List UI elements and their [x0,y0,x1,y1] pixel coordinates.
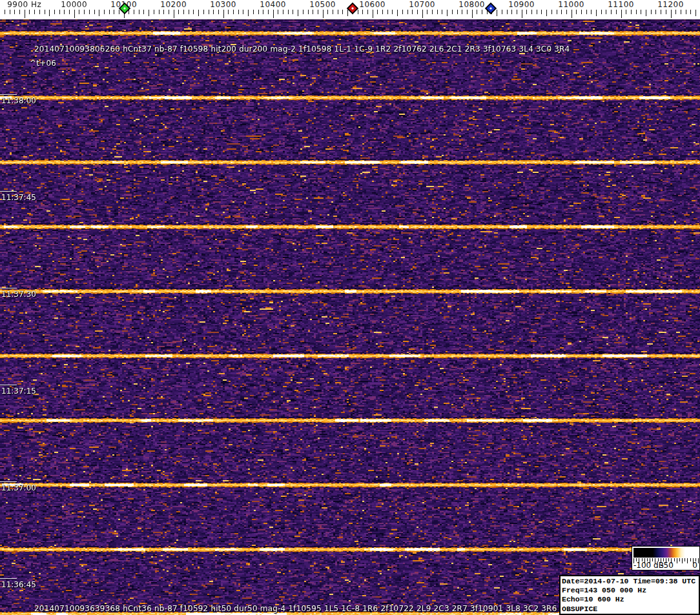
marker-red-diamond-icon[interactable] [345,1,360,18]
freq-tick [412,10,413,14]
freq-tick [193,10,194,14]
freq-label-10600: 10600 [359,0,386,9]
freq-tick [695,10,696,16]
detection-annotation-bottom: 20140710093639368 hCnt36 nb-87 f10592 hi… [34,604,557,613]
freq-tick [84,10,85,14]
freq-tick [338,10,338,14]
freq-tick [511,10,512,14]
freq-label-10300: 10300 [210,0,236,9]
freq-tick [89,10,90,14]
freq-tick [482,10,482,14]
freq-tick [522,10,522,18]
freq-tick [626,10,626,14]
freq-label-10800: 10800 [458,0,485,9]
freq-tick [39,10,40,14]
freq-tick [109,10,110,14]
time-tick [0,578,17,579]
freq-tick [655,10,656,14]
freq-tick [139,10,139,14]
freq-tick [258,10,259,14]
freq-tick [373,10,373,18]
freq-tick [571,10,572,18]
freq-tick [502,10,502,14]
freq-tick [472,10,473,18]
freq-tick [74,10,75,18]
freq-tick [557,10,557,14]
freq-label-10400: 10400 [260,0,286,9]
freq-tick [64,10,65,14]
freq-tick [611,10,612,14]
frequency-ruler: 9900 Hz100001010010200103001040010500106… [0,0,700,19]
freq-tick [561,10,562,14]
freq-tick [651,10,652,14]
freq-tick [342,10,343,14]
freq-tick [526,10,527,14]
freq-tick [293,10,293,14]
colorbar-label-max: 0 [692,561,697,570]
freq-tick [402,10,403,14]
freq-tick [636,10,637,14]
marker-green-diamond-icon[interactable] [118,1,132,18]
time-tick [0,94,17,95]
freq-tick [313,10,313,14]
freq-tick [531,10,532,14]
colorbar-label-min: -100 dB [633,561,664,570]
freq-tick [288,10,289,14]
freq-tick [437,10,438,14]
freq-tick [268,10,269,14]
freq-tick [427,10,427,14]
freq-label-10500: 10500 [309,0,336,9]
freq-tick [671,10,672,18]
freq-tick [541,10,542,14]
freq-tick [29,10,30,14]
freq-tick [681,10,681,14]
freq-tick [25,10,25,18]
freq-label-9900: 9900 Hz [7,0,41,9]
colorbar-tick [698,558,699,563]
time-tick [0,385,17,385]
freq-label-10900: 10900 [508,0,535,9]
freq-tick [34,10,35,14]
db-colorbar: -100 dB -50 0 [632,546,700,570]
freq-tick [5,10,5,14]
freq-tick [59,10,60,14]
time-label: 11:38:00 [1,96,36,105]
freq-tick [159,10,160,14]
freq-tick [377,10,378,14]
spectrogram-display [0,19,700,615]
freq-label-10000: 10000 [61,0,87,9]
time-tick [0,481,17,482]
freq-tick [387,10,388,14]
freq-tick [45,10,45,14]
freq-tick [537,10,537,14]
colorbar-labels: -100 dB -50 0 [633,561,698,570]
freq-tick [327,10,328,14]
freq-tick [566,10,567,14]
freq-tick [189,10,189,14]
freq-tick [362,10,363,14]
freq-tick [283,10,283,14]
freq-tick [303,10,304,14]
freq-tick [209,10,209,14]
freq-label-11000: 11000 [558,0,584,9]
spectrogram-window: 9900 Hz100001010010200103001040010500106… [0,0,700,615]
freq-tick [79,10,79,14]
info-station-name: OBSUPICE [562,605,697,614]
freq-label-11100: 11100 [608,0,634,9]
time-tick [0,191,17,192]
freq-tick [407,10,408,14]
freq-tick [551,10,552,14]
time-label: 11:37:00 [1,483,36,492]
freq-tick [616,10,617,14]
freq-tick [323,10,324,18]
freq-tick [675,10,676,14]
freq-tick [178,10,179,14]
freq-tick [223,10,224,18]
marker-blue-diamond-icon[interactable] [484,1,498,18]
freq-tick [382,10,383,14]
freq-tick [213,10,214,14]
freq-tick [253,10,254,14]
freq-tick [143,10,144,14]
freq-tick [631,10,632,14]
time-label: 11:37:15 [1,387,36,396]
